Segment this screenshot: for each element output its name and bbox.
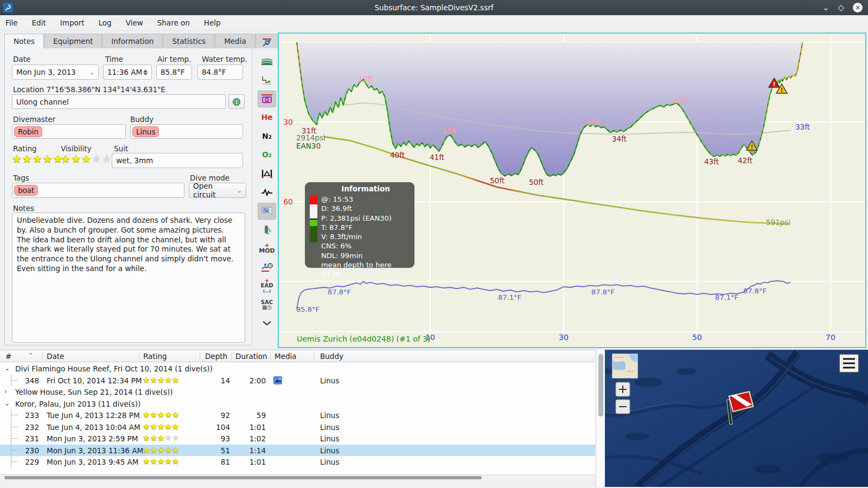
star-filled-icon[interactable]: ★ xyxy=(71,153,81,164)
spinner-arrows-icon[interactable] xyxy=(143,69,148,75)
dive-date: Mon Jun 3, 2013 11:36 AM xyxy=(47,446,143,455)
photos-icon[interactable] xyxy=(258,203,276,220)
tab-media[interactable]: Media xyxy=(215,34,256,48)
date-select[interactable]: Mon Jun 3, 2013⌄ xyxy=(12,65,99,80)
star-filled-icon[interactable]: ★ xyxy=(33,153,42,164)
tab-equipment[interactable]: Equipment xyxy=(44,34,102,48)
vscroll-thumb[interactable] xyxy=(598,354,603,416)
time-stepper[interactable]: 11:36 AM xyxy=(103,65,152,80)
map-zoom-out-button xyxy=(616,400,630,414)
dive-mode-select[interactable]: Open circuit⌄ xyxy=(189,183,246,198)
trip-row[interactable]: ⌄Divi Flamingo House Reef, Fri Oct 10, 2… xyxy=(0,363,595,375)
column-header-rating[interactable]: Rating xyxy=(143,352,167,361)
column-header-date[interactable]: Date xyxy=(47,352,64,361)
svg-text:15ft: 15ft xyxy=(358,74,373,83)
dive-list-header[interactable]: #DateRatingDepthDurationMediaBuddy⌃ xyxy=(0,350,595,362)
svg-text:87.1°F: 87.1°F xyxy=(498,293,521,301)
trip-row[interactable]: ⌄Koror, Palau, Jun 2013 (11 dive(s)) xyxy=(0,398,595,410)
mod-icon[interactable]: +MOD xyxy=(258,240,276,257)
star-empty-icon[interactable]: ★ xyxy=(92,153,101,164)
trip-label: Yellow House, Sun Sep 21, 2014 (1 dive(s… xyxy=(15,388,173,396)
column-header-buddy[interactable]: Buddy xyxy=(320,352,343,361)
svg-text:31ft: 31ft xyxy=(586,119,601,127)
tab-notes[interactable]: Notes xyxy=(4,34,44,48)
maximize-icon[interactable]: ◇ xyxy=(838,4,844,12)
hscroll-thumb[interactable] xyxy=(4,476,482,479)
nitrogen-icon[interactable]: N₂ xyxy=(258,128,276,145)
gas-switch-icon[interactable] xyxy=(258,221,276,238)
svg-text:50ft: 50ft xyxy=(490,176,505,185)
dive-row[interactable]: 232Tue Jun 4, 2013 10:04 AM★★★★★1041:01L… xyxy=(0,421,595,433)
menu-item-import[interactable]: Import xyxy=(60,18,85,27)
notes-textarea[interactable]: Unbelievable dive. Dozens and dozens of … xyxy=(12,213,245,343)
divemaster-input[interactable]: Robin xyxy=(12,124,126,139)
tab-information[interactable]: Information xyxy=(102,34,163,48)
dive-row[interactable]: 348Fri Oct 10, 2014 12:34 PM★★★★★142:00L… xyxy=(0,375,595,387)
info-box-row: @: 15:53 xyxy=(321,195,410,204)
ead-icon[interactable]: +EAD(...) xyxy=(258,278,276,294)
media-icon[interactable] xyxy=(273,376,282,384)
minimize-icon[interactable]: ⌄ xyxy=(822,4,829,12)
dive-map[interactable] xyxy=(605,350,868,487)
water-temp-field[interactable]: 84.8°F xyxy=(197,65,243,80)
menu-item-edit[interactable]: Edit xyxy=(32,18,46,27)
column-header-num[interactable]: # xyxy=(5,352,11,361)
heart-rate-icon[interactable] xyxy=(258,184,276,201)
star-filled-icon[interactable]: ★ xyxy=(81,153,91,164)
location-input[interactable]: Ulong channel xyxy=(12,94,226,109)
deco-ceiling-icon[interactable] xyxy=(258,91,276,107)
helium-icon[interactable]: He xyxy=(258,109,276,126)
dive-list-hscrollbar[interactable] xyxy=(0,474,595,480)
dive-depth: 51 xyxy=(201,446,230,455)
globe-button[interactable] xyxy=(228,94,245,109)
tags-input[interactable]: boat xyxy=(12,183,184,198)
menu-item-view[interactable]: View xyxy=(126,18,143,27)
dive-list-vscrollbar[interactable] xyxy=(596,350,605,487)
oxygen-icon[interactable]: O₂ xyxy=(258,146,276,163)
column-header-depth[interactable]: Depth xyxy=(205,352,227,361)
dive-row[interactable]: 233Tue Jun 4, 2013 12:28 PM★★★★★9259Linu… xyxy=(0,409,595,421)
rating-stars[interactable]: ★★★★★ xyxy=(12,153,63,164)
close-icon[interactable]: ✕ xyxy=(853,3,863,12)
expanded-arrow-icon[interactable]: ⌄ xyxy=(4,400,10,407)
column-header-duration[interactable]: Duration xyxy=(235,352,267,361)
collapse-icon[interactable] xyxy=(258,315,276,332)
gradient-factor-icon[interactable] xyxy=(258,53,276,70)
sac-icon[interactable]: SAC▦◷ xyxy=(258,296,276,313)
tags-tag[interactable]: boat xyxy=(14,185,38,196)
visibility-stars[interactable]: ★★★★★ xyxy=(61,153,112,164)
ascent-rate-icon[interactable] xyxy=(258,34,276,51)
dive-row[interactable]: 229Mon Jun 3, 2013 9:45 AM★★★★★811:01Lin… xyxy=(0,456,595,468)
svg-text:!: ! xyxy=(751,144,754,150)
divemaster-tag[interactable]: Robin xyxy=(14,126,42,137)
picture-marker-icon[interactable] xyxy=(258,72,276,88)
trip-row[interactable]: ›Yellow House, Sun Sep 21, 2014 (1 dive(… xyxy=(0,386,595,398)
suit-input[interactable]: wet, 3mm xyxy=(112,153,243,168)
column-header-media[interactable]: Media xyxy=(275,352,297,361)
dive-depth: 14 xyxy=(201,376,230,385)
star-filled-icon[interactable]: ★ xyxy=(22,153,32,164)
collapsed-arrow-icon[interactable]: › xyxy=(4,388,7,395)
star-filled-icon[interactable]: ★ xyxy=(43,153,53,164)
expanded-arrow-icon[interactable]: ⌄ xyxy=(4,364,10,372)
star-filled-icon[interactable]: ★ xyxy=(61,153,71,164)
menu-item-file[interactable]: File xyxy=(5,18,18,27)
menu-item-log[interactable]: Log xyxy=(99,18,112,27)
buddy-input[interactable]: Linus xyxy=(130,124,243,139)
menu-bar: FileEditImportLogViewShare onHelp xyxy=(0,15,868,31)
ruler-icon[interactable] xyxy=(258,165,276,182)
ndl-icon[interactable] xyxy=(258,259,276,275)
menu-item-help[interactable]: Help xyxy=(204,18,221,27)
air-temp-field[interactable]: 85.8°F xyxy=(156,65,192,80)
dive-row[interactable]: 230Mon Jun 3, 2013 11:36 AM★★★★★511:14Li… xyxy=(0,445,595,457)
buddy-tag[interactable]: Linus xyxy=(132,126,159,137)
info-box-row: D: 36.9ft xyxy=(321,204,410,213)
tab-statistics[interactable]: Statistics xyxy=(163,34,215,48)
svg-text:!: ! xyxy=(773,81,776,87)
map-menu-button xyxy=(839,354,859,373)
dive-row[interactable]: 231Mon Jun 3, 2013 2:59 PM★★★★★931:02Lin… xyxy=(0,433,595,445)
dive-rating-stars: ★★★★★ xyxy=(143,376,179,384)
star-empty-icon[interactable]: ★ xyxy=(102,153,112,164)
star-filled-icon[interactable]: ★ xyxy=(12,153,22,164)
menu-item-share-on[interactable]: Share on xyxy=(157,18,190,27)
